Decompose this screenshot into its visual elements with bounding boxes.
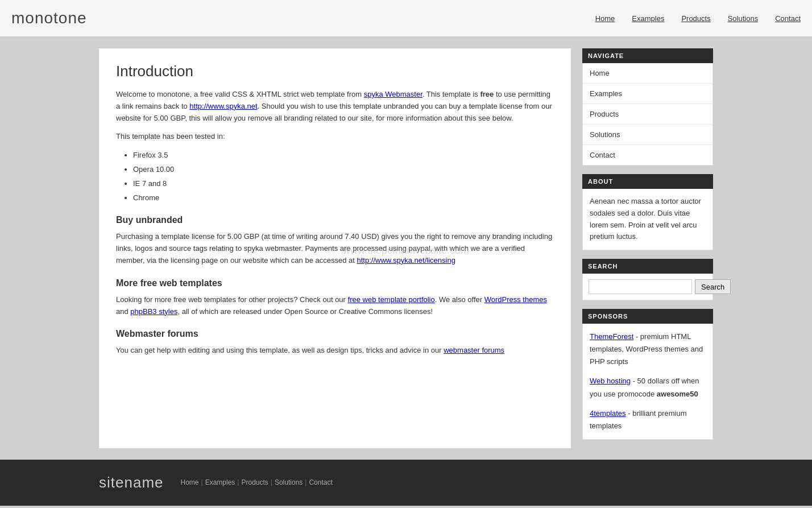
nav-contact[interactable]: Contact <box>775 14 801 23</box>
about-body: Aenean nec massa a tortor auctor sodales… <box>582 189 713 250</box>
intro-paragraph: Welcome to monotone, a free valid CSS & … <box>116 89 554 124</box>
footer-nav-home[interactable]: Home <box>181 478 199 486</box>
nav-products[interactable]: Products <box>681 14 710 23</box>
sidebar-nav-contact[interactable]: Contact <box>583 145 712 165</box>
about-widget: ABOUT Aenean nec massa a tortor auctor s… <box>582 174 713 250</box>
about-header: ABOUT <box>582 174 713 189</box>
portfolio-link[interactable]: free web template portfolio <box>348 295 435 304</box>
search-body: Search <box>582 274 713 300</box>
themeforest-link[interactable]: ThemeForest <box>590 332 633 341</box>
section-buy-text: Purchasing a template license for 5.00 G… <box>116 231 554 266</box>
nav-examples[interactable]: Examples <box>632 14 664 23</box>
search-box: Search <box>583 274 712 300</box>
search-widget: SEARCH Search <box>582 259 713 300</box>
main-navigation: Home Examples Products Solutions Contact <box>595 14 801 23</box>
search-button[interactable]: Search <box>695 279 731 294</box>
webhosting-link[interactable]: Web hosting <box>590 377 631 385</box>
search-input[interactable] <box>589 279 692 294</box>
wp-themes-link[interactable]: WordPress themes <box>484 295 547 304</box>
sponsors-header: SPONSORS <box>582 309 713 324</box>
sponsor2: Web hosting - 50 dollars off when you us… <box>590 375 706 400</box>
spyka-link[interactable]: spyka Webmaster <box>364 90 422 98</box>
4templates-link[interactable]: 4templates <box>590 409 626 418</box>
list-item: Firefox 3.5 <box>133 150 554 162</box>
footer-nav-products[interactable]: Products <box>241 478 268 486</box>
navigate-header: NAVIGATE <box>582 48 713 63</box>
about-text: Aenean nec massa a tortor auctor sodales… <box>583 189 712 250</box>
list-item: IE 7 and 8 <box>133 178 554 190</box>
section-templates-title: More free web templates <box>116 278 554 288</box>
sponsors-body: ThemeForest - premium HTML templates, Wo… <box>582 324 713 440</box>
licensing-link[interactable]: http://www.spyka.net/licensing <box>357 256 455 265</box>
list-item: Chrome <box>133 192 554 204</box>
navigate-widget: NAVIGATE Home Examples Products Solution… <box>582 48 713 166</box>
section-buy-title: Buy unbranded <box>116 215 554 225</box>
navigate-body: Home Examples Products Solutions Contact <box>582 63 713 166</box>
nav-solutions[interactable]: Solutions <box>728 14 758 23</box>
tested-intro: This template has been tested in: <box>116 131 554 143</box>
footer-nav-examples[interactable]: Examples <box>205 478 235 486</box>
phpbb3-link[interactable]: phpBB3 styles <box>130 307 177 316</box>
main-content-area: Introduction Welcome to monotone, a free… <box>99 48 571 448</box>
section-forums-text: You can get help with editing and using … <box>116 345 554 357</box>
sidebar-nav-home[interactable]: Home <box>583 63 712 84</box>
section-forums-title: Webmaster forums <box>116 329 554 339</box>
sponsors-widget: SPONSORS ThemeForest - premium HTML temp… <box>582 309 713 440</box>
section-templates-text: Looking for more free web templates for … <box>116 294 554 318</box>
sponsor3: 4templates - brilliant premium templates <box>590 407 706 432</box>
nav-home[interactable]: Home <box>595 14 615 23</box>
sidebar-nav-solutions[interactable]: Solutions <box>583 125 712 145</box>
footer-inner: sitename Home | Examples | Products | So… <box>93 474 719 492</box>
forums-link[interactable]: webmaster forums <box>444 346 504 354</box>
site-logo: monotone <box>11 9 87 27</box>
footer: sitename Home | Examples | Products | So… <box>0 460 812 506</box>
list-item: Opera 10.00 <box>133 164 554 176</box>
footer-nav-contact[interactable]: Contact <box>309 478 332 486</box>
footer-nav-solutions[interactable]: Solutions <box>275 478 303 486</box>
footer-logo: sitename <box>99 474 164 492</box>
sidebar-nav-examples[interactable]: Examples <box>583 84 712 104</box>
sponsor1: ThemeForest - premium HTML templates, Wo… <box>590 331 706 368</box>
search-header: SEARCH <box>582 259 713 274</box>
sidebar: NAVIGATE Home Examples Products Solution… <box>582 48 713 448</box>
spyka-net-link[interactable]: http://www.spyka.net <box>189 102 257 110</box>
page-title: Introduction <box>116 63 554 80</box>
sidebar-nav-products[interactable]: Products <box>583 104 712 125</box>
tested-list: Firefox 3.5 Opera 10.00 IE 7 and 8 Chrom… <box>133 150 554 204</box>
footer-navigation: Home | Examples | Products | Solutions |… <box>181 478 333 486</box>
